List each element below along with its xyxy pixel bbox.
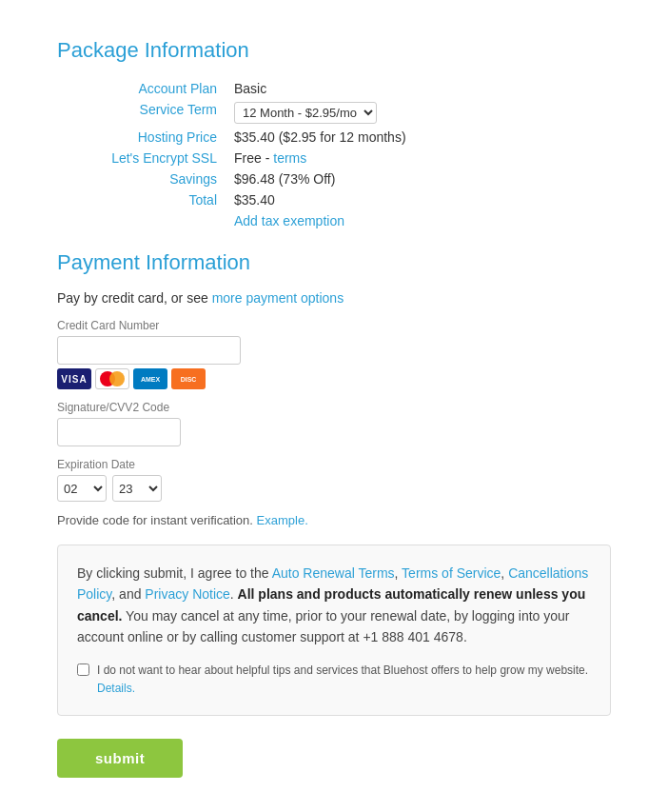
privacy-link[interactable]: Privacy Notice (145, 586, 229, 602)
tax-row: Add tax exemption (57, 210, 611, 231)
submit-button[interactable]: submit (57, 739, 183, 778)
hosting-price-value: $35.40 ($2.95 for 12 months) (228, 127, 611, 148)
hosting-price-row: Hosting Price $35.40 ($2.95 for 12 month… (57, 127, 611, 148)
visa-icon: VISA (57, 368, 91, 389)
example-link[interactable]: Example. (257, 513, 308, 527)
auto-renewal-link[interactable]: Auto Renewal Terms (272, 565, 395, 581)
service-term-cell: 12 Month - $2.95/mo 24 Month - $2.65/mo … (228, 99, 611, 127)
expiration-group: Expiration Date 01 02 03 04 05 06 07 08 … (57, 458, 611, 502)
ssl-value-cell: Free - terms (228, 148, 611, 168)
amex-icon: AMEX (133, 368, 167, 389)
total-value: $35.40 (228, 189, 611, 210)
payment-section-title: Payment Information (57, 250, 611, 275)
payment-section: Payment Information Pay by credit card, … (57, 250, 611, 527)
expiration-label: Expiration Date (57, 458, 611, 471)
hosting-price-label: Hosting Price (57, 127, 228, 148)
terms-intro-text: By clicking submit, I agree to the (77, 565, 272, 581)
savings-row: Savings $96.48 (73% Off) (57, 168, 611, 189)
service-term-label: Service Term (57, 99, 228, 127)
account-plan-row: Account Plan Basic (57, 78, 611, 99)
cc-number-label: Credit Card Number (57, 319, 611, 332)
cc-icons-row: VISA AMEX DISC (57, 368, 611, 389)
total-row: Total $35.40 (57, 189, 611, 210)
account-plan-label: Account Plan (57, 78, 228, 99)
add-tax-exemption-link[interactable]: Add tax exemption (234, 213, 344, 228)
verify-text: Provide code for instant verification. E… (57, 513, 611, 527)
expiration-month-select[interactable]: 01 02 03 04 05 06 07 08 09 10 11 12 (57, 475, 107, 502)
package-table: Account Plan Basic Service Term 12 Month… (57, 78, 611, 231)
pay-line-text: Pay by credit card, or see (57, 290, 212, 306)
ssl-terms-link[interactable]: terms (273, 150, 306, 166)
terms-box: By clicking submit, I agree to the Auto … (57, 545, 611, 716)
terms-and-text: , and (111, 586, 145, 602)
terms-comma1: , (395, 565, 403, 581)
cvv-input[interactable] (57, 418, 181, 446)
cvv-group: Signature/CVV2 Code (57, 401, 611, 446)
discover-icon: DISC (171, 368, 206, 389)
ssl-free-text: Free (234, 150, 262, 166)
no-tips-checkbox[interactable] (77, 663, 89, 676)
savings-label: Savings (57, 168, 228, 189)
total-label: Total (57, 189, 228, 210)
pay-line: Pay by credit card, or see more payment … (57, 290, 611, 306)
expiration-year-select[interactable]: 23 24 25 26 27 28 29 30 (112, 475, 162, 502)
package-section-title: Package Information (57, 38, 611, 63)
details-link[interactable]: Details. (97, 682, 135, 695)
ssl-label: Let's Encrypt SSL (57, 148, 228, 168)
ssl-dash: - (262, 150, 273, 166)
terms-period: . (230, 586, 238, 602)
terms-comma2: , (501, 565, 508, 581)
expiration-row: 01 02 03 04 05 06 07 08 09 10 11 12 23 2… (57, 475, 611, 502)
account-plan-value: Basic (228, 78, 611, 99)
terms-rest-text: You may cancel at any time, prior to you… (77, 608, 570, 644)
service-term-row: Service Term 12 Month - $2.95/mo 24 Mont… (57, 99, 611, 127)
savings-value: $96.48 (73% Off) (228, 168, 611, 189)
more-payment-options-link[interactable]: more payment options (212, 290, 344, 306)
mastercard-icon (95, 368, 129, 389)
ssl-row: Let's Encrypt SSL Free - terms (57, 148, 611, 168)
tos-link[interactable]: Terms of Service (402, 565, 501, 581)
cvv-label: Signature/CVV2 Code (57, 401, 611, 414)
service-term-select[interactable]: 12 Month - $2.95/mo 24 Month - $2.65/mo … (234, 102, 377, 124)
cc-number-input[interactable] (57, 336, 241, 365)
cc-number-group: Credit Card Number VISA AMEX DISC (57, 319, 611, 389)
checkbox-row: I do not want to hear about helpful tips… (77, 662, 591, 698)
verify-text-content: Provide code for instant verification. (57, 513, 253, 527)
checkbox-label-text: I do not want to hear about helpful tips… (97, 662, 591, 698)
